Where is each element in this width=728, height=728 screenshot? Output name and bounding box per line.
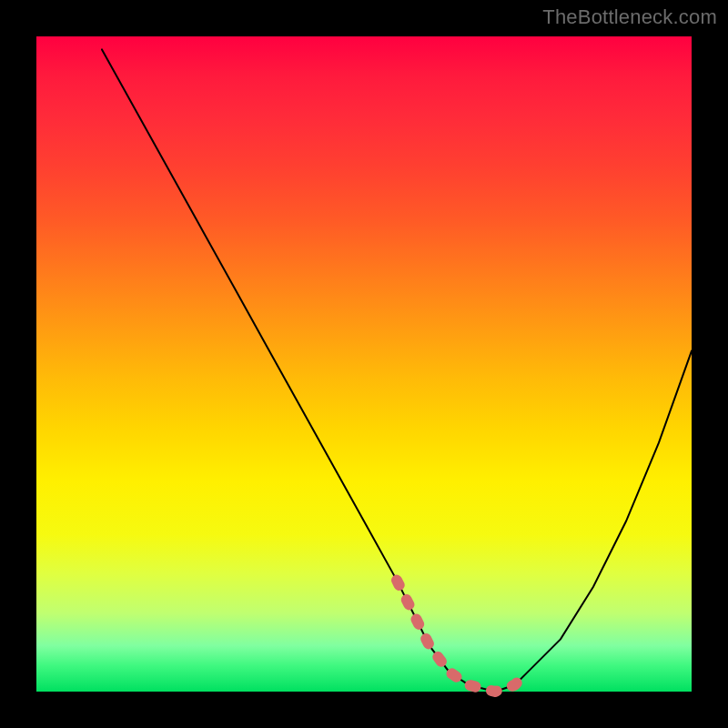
optimal-zone-highlight [397,581,528,692]
watermark-text: TheBottleneck.com [542,5,717,29]
bottleneck-curve-line [102,49,692,692]
chart-svg [36,36,692,692]
chart-frame: TheBottleneck.com [0,0,728,728]
plot-area [36,36,692,692]
